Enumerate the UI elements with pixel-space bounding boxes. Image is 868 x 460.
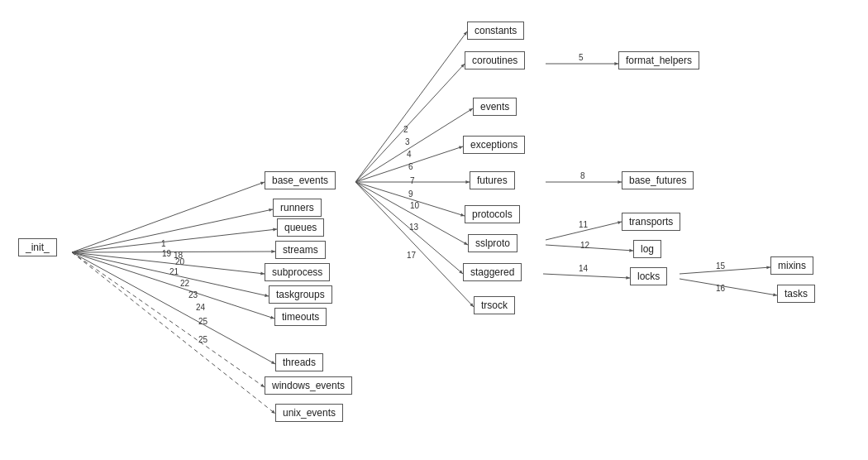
svg-line-30 [355, 31, 467, 182]
svg-text:4: 4 [407, 150, 412, 159]
svg-line-75 [680, 279, 777, 295]
svg-line-28 [72, 252, 275, 414]
svg-text:25: 25 [198, 335, 208, 344]
node-timeouts: timeouts [274, 308, 327, 326]
svg-text:1: 1 [161, 239, 166, 248]
node-windows-events: windows_events [265, 376, 352, 395]
svg-line-25 [72, 252, 265, 387]
svg-text:10: 10 [410, 201, 420, 210]
node-unix-events: unix_events [275, 404, 343, 422]
svg-text:13: 13 [409, 223, 419, 232]
node-trsock: trsock [474, 296, 515, 314]
diagram-svg: 1181920212223242525234679101317581112141… [0, 0, 868, 460]
svg-text:23: 23 [188, 290, 198, 299]
node-log: log [633, 240, 661, 258]
svg-line-18 [72, 252, 274, 319]
svg-text:16: 16 [716, 284, 726, 293]
node-init: _init_ [18, 238, 57, 256]
node-futures: futures [470, 171, 515, 189]
svg-text:9: 9 [408, 189, 413, 199]
node-format-helpers: format_helpers [618, 51, 699, 69]
svg-text:17: 17 [407, 251, 417, 260]
node-events: events [473, 98, 517, 116]
svg-text:7: 7 [410, 176, 415, 185]
node-base-futures: base_futures [622, 171, 694, 189]
svg-text:25: 25 [198, 317, 208, 326]
svg-text:15: 15 [716, 261, 726, 271]
node-queues: queues [277, 218, 324, 237]
node-locks: locks [630, 267, 667, 285]
svg-text:6: 6 [408, 162, 413, 171]
svg-text:14: 14 [579, 264, 589, 273]
svg-text:24: 24 [196, 303, 206, 312]
svg-text:12: 12 [580, 241, 590, 250]
node-protocols: protocols [465, 205, 520, 223]
node-exceptions: exceptions [463, 136, 525, 154]
node-streams: streams [275, 241, 326, 259]
svg-text:8: 8 [580, 171, 585, 180]
node-staggered: staggered [463, 263, 522, 281]
node-subprocess: subprocess [265, 263, 330, 281]
node-threads: threads [275, 353, 323, 371]
node-taskgroups: taskgroups [269, 285, 332, 304]
svg-text:19: 19 [162, 249, 172, 258]
svg-line-15 [72, 252, 269, 296]
node-constants: constants [467, 22, 524, 40]
svg-text:5: 5 [579, 53, 584, 62]
node-tasks: tasks [777, 285, 815, 303]
node-base-events: base_events [265, 171, 336, 189]
node-transports: transports [622, 213, 680, 231]
node-mixins: mixins [770, 256, 813, 275]
svg-line-69 [543, 274, 630, 278]
svg-text:11: 11 [579, 220, 589, 229]
svg-line-36 [355, 108, 473, 182]
node-coroutines: coroutines [465, 51, 525, 69]
node-sslproto: sslproto [468, 234, 517, 252]
svg-text:3: 3 [405, 137, 410, 146]
node-runners: runners [273, 199, 322, 217]
svg-text:22: 22 [180, 279, 190, 288]
